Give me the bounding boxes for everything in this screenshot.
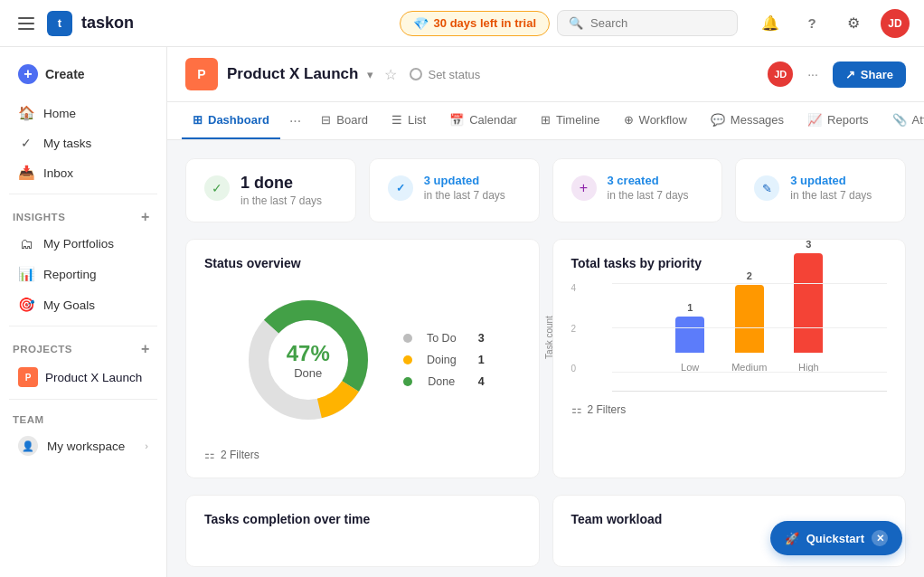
- notifications-icon[interactable]: 🔔: [756, 9, 785, 38]
- bar-group-high: 3 High: [794, 239, 823, 373]
- y-label-4: 4: [571, 283, 589, 293]
- content-area: P Product X Launch ▾ ☆ Set status JD ···…: [167, 47, 924, 577]
- insights-add-button[interactable]: +: [137, 209, 154, 225]
- stat-updated2-label: in the last 7 days: [790, 189, 872, 202]
- share-button[interactable]: ↗ Share: [833, 61, 906, 88]
- tab-label-list: List: [408, 113, 426, 127]
- tab-messages[interactable]: 💬 Messages: [700, 102, 795, 139]
- sidebar-item-reporting[interactable]: 📊 Reporting: [5, 260, 161, 288]
- sidebar-item-home[interactable]: 🏠 Home: [5, 99, 161, 128]
- sidebar-label-home: Home: [43, 107, 76, 120]
- project-dropdown-icon[interactable]: ▾: [367, 68, 373, 81]
- completion-title: Tasks completion over time: [204, 512, 521, 526]
- calendar-tab-icon: 📅: [449, 113, 464, 127]
- project-star-icon[interactable]: ☆: [384, 66, 397, 83]
- set-status-button[interactable]: Set status: [410, 68, 480, 81]
- share-label: Share: [861, 68, 893, 81]
- header-more-button[interactable]: ···: [802, 63, 824, 85]
- quickstart-button[interactable]: 🚀 Quickstart ✕: [770, 521, 902, 555]
- project-name: Product X Launch: [227, 65, 358, 83]
- timeline-tab-icon: ⊞: [541, 113, 551, 127]
- legend-count-todo: 3: [478, 332, 485, 345]
- header-avatar[interactable]: JD: [768, 61, 793, 87]
- sidebar: + Create 🏠 Home ✓ My tasks 📥 Inbox Insig…: [0, 47, 167, 577]
- workflow-tab-icon: ⊕: [624, 113, 634, 127]
- priority-filters-label: 2 Filters: [588, 403, 627, 416]
- completion-card: Tasks completion over time: [185, 495, 540, 567]
- goals-icon: 🎯: [18, 297, 34, 313]
- settings-icon[interactable]: ⚙: [839, 9, 868, 38]
- create-button[interactable]: + Create: [9, 58, 157, 90]
- tabs-more-button[interactable]: ···: [282, 104, 308, 138]
- sidebar-item-project-x[interactable]: P Product X Launch: [5, 362, 161, 393]
- bar-value-high: 3: [806, 239, 811, 250]
- donut-chart: 47% Done: [240, 292, 376, 428]
- bar-chart-inner: 1 Low 2 Medium 3: [612, 283, 888, 392]
- tab-label-workflow: Workflow: [639, 113, 687, 127]
- search-box[interactable]: 🔍: [557, 10, 738, 36]
- bar-medium: [735, 285, 764, 353]
- create-label: Create: [45, 67, 85, 81]
- legend-item-done: Done 4: [403, 375, 485, 388]
- quickstart-close-button[interactable]: ✕: [872, 530, 888, 546]
- sidebar-label-inbox: Inbox: [43, 166, 73, 180]
- insights-section-label: Insights: [13, 212, 65, 222]
- logo-text: taskon: [81, 14, 134, 33]
- sidebar-item-my-workspace[interactable]: 👤 My workspace ›: [5, 430, 161, 462]
- status-overview-title: Status overview: [204, 256, 521, 270]
- logo-box: t: [47, 11, 72, 36]
- filter-icon-status: ⚏: [204, 448, 215, 461]
- dashboard-tab-icon: ⊞: [193, 113, 203, 127]
- create-plus-icon: +: [18, 64, 38, 84]
- topbar-avatar[interactable]: JD: [881, 9, 910, 38]
- stat-updated2-number: 3 updated: [790, 174, 872, 187]
- legend-item-todo: To Do 3: [403, 332, 485, 345]
- bar-value-medium: 2: [747, 270, 752, 281]
- header-right: JD ··· ↗ Share: [768, 61, 906, 88]
- bar-label-low: Low: [681, 362, 699, 373]
- messages-tab-icon: 💬: [711, 113, 725, 127]
- stat-created-label: in the last 7 days: [608, 189, 689, 202]
- legend-item-doing: Doing 1: [403, 354, 485, 366]
- bar-high: [794, 253, 823, 353]
- hamburger-icon[interactable]: [14, 14, 38, 33]
- stat-updated1-number: 3 updated: [424, 174, 505, 187]
- stat-updated1-text: 3 updated in the last 7 days: [424, 174, 505, 202]
- trial-text: 30 days left in trial: [434, 16, 536, 30]
- tab-label-timeline: Timeline: [556, 113, 600, 127]
- donut-center-text: 47% Done: [287, 341, 330, 380]
- legend-dot-doing: [403, 355, 412, 364]
- legend-dot-todo: [403, 334, 412, 343]
- trial-badge[interactable]: 💎 30 days left in trial: [400, 11, 550, 36]
- stat-created-icon: +: [571, 175, 597, 201]
- stat-updated2-text: 3 updated in the last 7 days: [790, 174, 872, 202]
- sidebar-item-goals[interactable]: 🎯 My Goals: [5, 290, 161, 319]
- tab-label-calendar: Calendar: [469, 113, 517, 127]
- donut-area: 47% Done To Do 3: [204, 283, 521, 437]
- topbar-left: t taskon: [14, 11, 134, 36]
- projects-section-label: Projects: [13, 344, 72, 355]
- quickstart-label: Quickstart: [806, 532, 864, 545]
- sidebar-item-portfolios[interactable]: 🗂 My Portfolios: [5, 230, 161, 258]
- status-circle-icon: [410, 68, 422, 80]
- sidebar-item-my-tasks[interactable]: ✓ My tasks: [5, 129, 161, 156]
- tab-list[interactable]: ☰ List: [381, 102, 437, 139]
- list-tab-icon: ☰: [391, 113, 402, 127]
- tab-attachments[interactable]: 📎 Attachments: [882, 102, 924, 139]
- gem-icon: 💎: [413, 16, 429, 31]
- stat-created-text: 3 created in the last 7 days: [608, 174, 689, 202]
- stat-card-done: ✓ 1 done in the last 7 days: [185, 158, 356, 222]
- tab-dashboard[interactable]: ⊞ Dashboard: [182, 102, 280, 139]
- bar-group-low: 1 Low: [675, 302, 704, 373]
- legend-label-doing: Doing: [427, 354, 457, 366]
- search-input[interactable]: [590, 16, 726, 30]
- tab-workflow[interactable]: ⊕ Workflow: [613, 102, 698, 139]
- projects-add-button[interactable]: +: [137, 341, 154, 357]
- share-icon: ↗: [845, 68, 855, 81]
- tab-reports[interactable]: 📈 Reports: [797, 102, 880, 139]
- tab-board[interactable]: ⊟ Board: [310, 102, 379, 139]
- help-icon[interactable]: ?: [797, 9, 826, 38]
- sidebar-item-inbox[interactable]: 📥 Inbox: [5, 158, 161, 187]
- tab-calendar[interactable]: 📅 Calendar: [438, 102, 528, 139]
- tab-timeline[interactable]: ⊞ Timeline: [530, 102, 611, 139]
